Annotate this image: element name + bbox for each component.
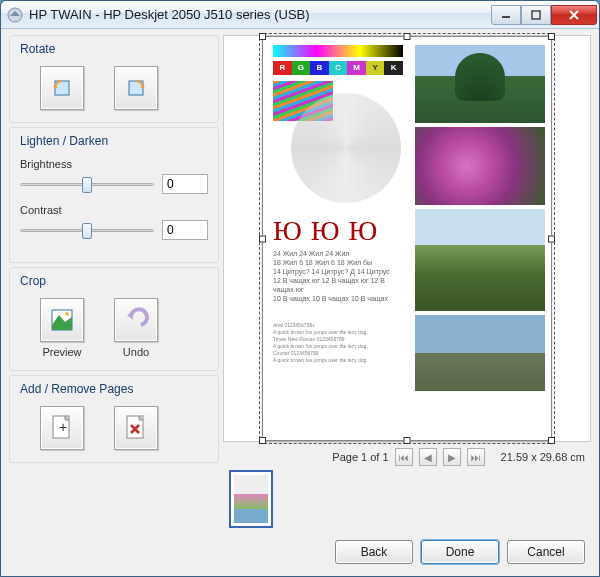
crop-handle-r[interactable] (548, 235, 555, 242)
cancel-button[interactable]: Cancel (507, 540, 585, 564)
crop-handle-l[interactable] (259, 235, 266, 242)
crop-handle-tr[interactable] (548, 33, 555, 40)
photo-tree (415, 45, 545, 123)
photo-flower (415, 127, 545, 205)
close-icon (568, 9, 580, 21)
crop-handle-tl[interactable] (259, 33, 266, 40)
undo-label: Undo (123, 346, 149, 358)
first-icon: ⏮ (399, 452, 409, 463)
pages-title: Add / Remove Pages (20, 382, 208, 396)
rotate-left-icon (49, 75, 75, 101)
back-button[interactable]: Back (335, 540, 413, 564)
svg-point-7 (65, 312, 69, 316)
app-icon (7, 7, 23, 23)
contrast-input[interactable] (162, 220, 208, 240)
photo-forest (415, 209, 545, 311)
next-page-button[interactable]: ▶ (443, 448, 461, 466)
brightness-label: Brightness (20, 158, 208, 170)
crop-title: Crop (20, 274, 208, 288)
prev-icon: ◀ (424, 452, 432, 463)
rotate-group: Rotate (9, 35, 219, 123)
contrast-label: Contrast (20, 204, 208, 216)
undo-icon (123, 307, 149, 333)
minimize-button[interactable] (491, 5, 521, 25)
scan-tiny-text: Arial 0123456789+ A quick brown fox jump… (273, 322, 403, 364)
photo-birds (415, 315, 545, 391)
spirograph (291, 93, 401, 203)
titlebar[interactable]: HP TWAIN - HP Deskjet 2050 J510 series (… (1, 1, 599, 29)
last-page-button[interactable]: ⏭ (467, 448, 485, 466)
brightness-slider[interactable] (20, 174, 154, 194)
add-page-icon: + (50, 414, 74, 442)
next-icon: ▶ (448, 452, 456, 463)
undo-button[interactable] (114, 298, 158, 342)
remove-page-button[interactable] (114, 406, 158, 450)
thumbnail-row (223, 470, 591, 532)
crop-handle-b[interactable] (404, 437, 411, 444)
preview-label: Preview (42, 346, 81, 358)
close-button[interactable] (551, 5, 597, 25)
svg-text:+: + (59, 419, 67, 435)
rotate-right-icon (123, 75, 149, 101)
crop-handle-bl[interactable] (259, 437, 266, 444)
footer: Back Done Cancel (1, 532, 599, 576)
page-thumbnail[interactable] (229, 470, 273, 528)
window-controls (491, 5, 597, 25)
page-dimensions: 21.59 x 29.68 cm (501, 451, 585, 463)
crop-handle-t[interactable] (404, 33, 411, 40)
svg-rect-2 (532, 11, 540, 19)
preview-area[interactable]: R G B C M Y K Ю Ю Ю 24 Жил 24 (223, 35, 591, 442)
color-bar (273, 45, 403, 57)
lighten-title: Lighten / Darken (20, 134, 208, 148)
left-panel: Rotate Lighten / Darken Brightness (9, 35, 219, 532)
right-panel: R G B C M Y K Ю Ю Ю 24 Жил 24 (223, 35, 591, 532)
scan-big-text: Ю Ю Ю (273, 215, 378, 247)
lighten-group: Lighten / Darken Brightness Contrast (9, 127, 219, 263)
dialog-window: HP TWAIN - HP Deskjet 2050 J510 series (… (0, 0, 600, 577)
first-page-button[interactable]: ⏮ (395, 448, 413, 466)
rotate-right-button[interactable] (114, 66, 158, 110)
preview-icon (49, 307, 75, 333)
brightness-input[interactable] (162, 174, 208, 194)
scan-page[interactable]: R G B C M Y K Ю Ю Ю 24 Жил 24 (262, 36, 552, 441)
maximize-icon (531, 10, 541, 20)
crop-group: Crop Preview Undo (9, 267, 219, 371)
rotate-left-button[interactable] (40, 66, 84, 110)
pager: Page 1 of 1 ⏮ ◀ ▶ ⏭ 21.59 x 29.68 cm (223, 442, 591, 470)
last-icon: ⏭ (471, 452, 481, 463)
crop-handle-br[interactable] (548, 437, 555, 444)
rgb-bar: R G B C M Y K (273, 61, 403, 75)
done-button[interactable]: Done (421, 540, 499, 564)
rotate-title: Rotate (20, 42, 208, 56)
contrast-slider[interactable] (20, 220, 154, 240)
window-title: HP TWAIN - HP Deskjet 2050 J510 series (… (29, 7, 491, 22)
svg-rect-1 (502, 16, 510, 18)
remove-page-icon (124, 414, 148, 442)
content-area: Rotate Lighten / Darken Brightness (1, 29, 599, 532)
scan-lines: 24 Жил 24 Жил 24 Жил 18 Жил 6 18 Жил 6 1… (273, 249, 403, 304)
pages-group: Add / Remove Pages + (9, 375, 219, 463)
preview-button[interactable] (40, 298, 84, 342)
page-indicator: Page 1 of 1 (332, 451, 388, 463)
minimize-icon (501, 10, 511, 20)
add-page-button[interactable]: + (40, 406, 84, 450)
prev-page-button[interactable]: ◀ (419, 448, 437, 466)
maximize-button[interactable] (521, 5, 551, 25)
